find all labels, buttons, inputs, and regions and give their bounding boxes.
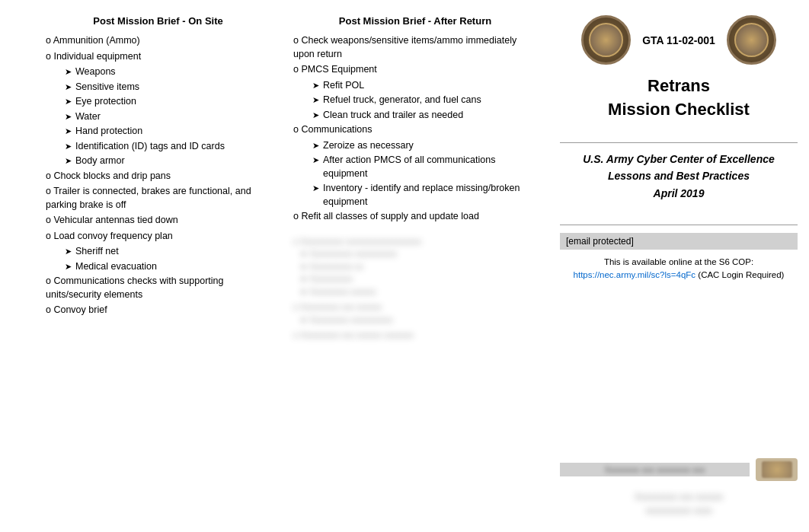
blurred-text-3: o Xxxxxxxxx xxx xxxxxx xxxxxxx	[293, 329, 537, 342]
divider	[560, 142, 798, 143]
arrow-icon: ➤	[65, 96, 72, 107]
list-item: ➤Inventory - identify and replace missin…	[312, 182, 537, 209]
arrow-icon: ➤	[312, 155, 319, 166]
arrow-icon: ➤	[65, 126, 72, 137]
arrow-icon: ➤	[312, 110, 319, 121]
arrow-icon: ➤	[312, 183, 319, 194]
seal-inner-2	[734, 23, 769, 57]
list-item: ➤After action PMCS of all communications…	[312, 154, 537, 180]
email-bar: [email protected]	[560, 233, 798, 250]
arrow-icon: ➤	[65, 111, 72, 123]
list-item: ➤Zeroize as necessary	[312, 139, 537, 153]
list-item: ➤Hand protection	[65, 125, 270, 139]
bottom-section: Xxxxxxxx xxx xxxxxxxx xxx Xxxxxxxxx xxx …	[560, 447, 798, 521]
bottom-text: Xxxxxxxx xxx xxxxxxxx xxx	[560, 463, 750, 476]
blurred-content: o Xxxxxxxxxx xxxxxxxxxxxxxxxxxx ➤ Xxxxxx…	[293, 235, 537, 342]
arrow-icon: ➤	[312, 140, 319, 151]
page: Post Mission Brief - On Site o Ammunitio…	[0, 0, 809, 532]
arrow-icon: ➤	[65, 261, 72, 272]
arrow-icon: ➤	[65, 155, 72, 167]
gta-number: GTA 11-02-001	[642, 34, 715, 46]
retrans-title: Retrans	[648, 76, 710, 96]
arrow-icon: ➤	[65, 66, 72, 78]
list-item: ➤Water	[65, 110, 270, 124]
sub-items-convoy: ➤Sheriff net ➤Medical evacuation	[46, 245, 270, 273]
list-item: o Vehicular antennas tied down	[46, 214, 270, 228]
blurred-text: o Xxxxxxxxxx xxxxxxxxxxxxxxxxxx ➤ Xxxxxx…	[293, 235, 537, 298]
list-item: o Trailer is connected, brakes are funct…	[46, 185, 270, 212]
list-item: o Load convoy frequency plan	[46, 230, 270, 244]
list-item: ➤Medical evacuation	[65, 260, 270, 274]
left-panel: Post Mission Brief - On Site o Ammunitio…	[0, 0, 282, 532]
email-text: [email protected]	[566, 236, 634, 247]
arrow-icon: ➤	[65, 246, 72, 257]
list-item: o Chock blocks and drip pans	[46, 170, 270, 183]
seal-inner	[589, 23, 623, 57]
list-item: ➤Weapons	[65, 65, 270, 79]
subtitle: U.S. Army Cyber Center of Excellence Les…	[583, 151, 775, 202]
arrow-icon: ➤	[65, 141, 72, 152]
arrow-icon: ➤	[312, 94, 319, 106]
list-item: o Check weapons/sensitive items/ammo imm…	[293, 34, 537, 61]
middle-title: Post Mission Brief - After Return	[293, 15, 537, 27]
blurred-bottom: Xxxxxxxx xxx xxxxxxxx xxx	[604, 465, 705, 474]
mission-checklist-title: Mission Checklist	[608, 100, 750, 119]
arrow-icon: ➤	[65, 81, 72, 93]
list-item: o Communications checks with supporting …	[46, 275, 270, 301]
list-item: o PMCS Equipment	[293, 63, 537, 77]
list-item: o Communications	[293, 123, 537, 137]
blurred-text-2: o Xxxxxxxxx xxx xxxxxx ➤ Xxxxxxxxx xxxxx…	[293, 301, 537, 326]
cac-text: (CAC Login Required)	[698, 270, 784, 279]
bottom-seal-img	[762, 461, 792, 478]
online-text: This is available online at the S6 COP: …	[574, 256, 785, 282]
list-item: o Ammunition (Ammo)	[46, 34, 270, 48]
list-item: ➤Identification (ID) tags and ID cards	[65, 140, 270, 154]
bottom-seal	[756, 458, 798, 481]
list-item: ➤Eye protection	[65, 95, 270, 109]
left-seal	[581, 15, 631, 65]
middle-panel: Post Mission Brief - After Return o Chec…	[282, 0, 548, 532]
list-item: ➤Body armor	[65, 155, 270, 168]
online-link[interactable]: https://nec.army.mil/sc?ls=4qFc	[574, 270, 696, 279]
left-title: Post Mission Brief - On Site	[46, 15, 270, 27]
divider-2	[560, 225, 798, 225]
list-item: ➤Sheriff net	[65, 245, 270, 259]
sub-items-pmcs: ➤Refit POL ➤Refuel truck, generator, and…	[293, 79, 537, 123]
blurred-bottom-2: Xxxxxxxxx xxx xxxxxx xxxxxxxxxx xxxx	[560, 490, 798, 518]
list-item: o Individual equipment	[46, 50, 270, 64]
list-item: o Convoy brief	[46, 304, 270, 317]
list-item: o Refit all classes of supply and update…	[293, 210, 537, 224]
list-item: ➤Refuel truck, generator, and fuel cans	[312, 94, 537, 107]
list-item: ➤Sensitive items	[65, 81, 270, 94]
bottom-bar: Xxxxxxxx xxx xxxxxxxx xxx	[560, 458, 798, 481]
right-panel: GTA 11-02-001 Retrans Mission Checklist …	[548, 0, 809, 532]
list-item: ➤Refit POL	[312, 79, 537, 93]
sub-items-comm: ➤Zeroize as necessary ➤After action PMCS…	[293, 139, 537, 209]
list-item: ➤Clean truck and trailer as needed	[312, 109, 537, 123]
sub-items-individual: ➤Weapons ➤Sensitive items ➤Eye protectio…	[46, 65, 270, 168]
right-seal	[727, 15, 776, 65]
bottom-blurred-text: Xxxxxxxxx xxx xxxxxx xxxxxxxxxx xxxx	[560, 490, 798, 518]
right-header: GTA 11-02-001	[560, 15, 798, 65]
arrow-icon: ➤	[312, 80, 319, 91]
